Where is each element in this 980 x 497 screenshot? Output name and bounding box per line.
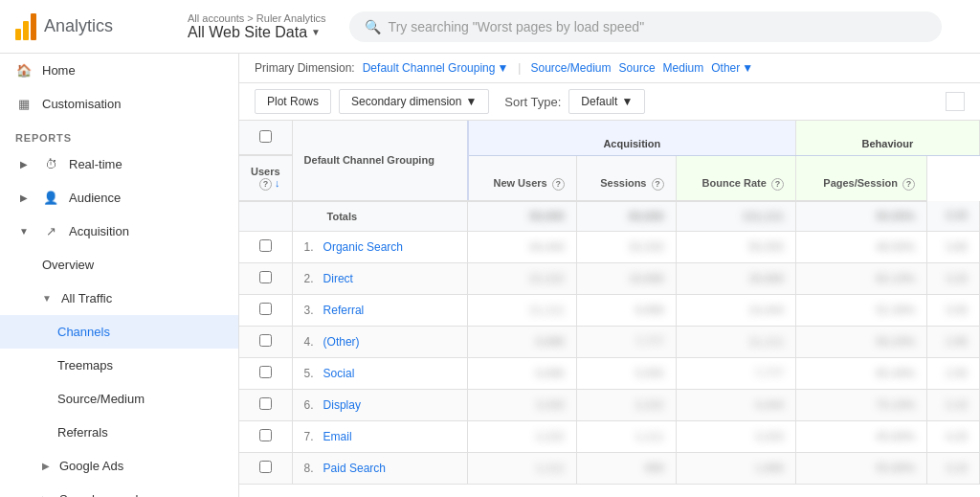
data-table: Default Channel Grouping Acquisition Beh… [239, 121, 980, 485]
channel-link[interactable]: Email [323, 430, 352, 443]
sidebar-item-google-ads[interactable]: ▶ Google Ads [0, 449, 238, 483]
users-cell: 8,888 [468, 326, 576, 357]
channel-cell: 2. Direct [292, 262, 468, 294]
row-checkbox-cell[interactable] [239, 420, 292, 452]
sessions-cell: 4,444 [676, 389, 795, 420]
new-users-cell: 5,555 [576, 357, 676, 389]
pages-session-cell: 3.10 [927, 452, 980, 484]
account-dropdown-arrow: ▼ [311, 27, 321, 37]
search-icon: 🔍 [365, 19, 381, 34]
sidebar-item-source-medium[interactable]: Source/Medium [0, 382, 238, 416]
sidebar-item-audience[interactable]: ▶ 👤 Audience [0, 181, 238, 215]
users-cell: 11,111 [468, 294, 576, 326]
sidebar-item-overview[interactable]: Overview [0, 248, 238, 282]
row-checkbox-6[interactable] [259, 429, 272, 441]
row-checkbox-3[interactable] [259, 334, 272, 347]
bounce-rate-cell: 48.50% [795, 231, 926, 262]
channel-link[interactable]: Paid Search [323, 462, 386, 475]
expand-icon: ▶ [42, 461, 50, 471]
bounce-rate-cell: 45.60% [795, 420, 926, 452]
totals-bounce-rate: 55.55% [795, 201, 926, 232]
channel-link[interactable]: Referral [323, 304, 365, 317]
sidebar: 🏠 Home ▦ Customisation REPORTS ▶ ⏱ Real-… [0, 54, 239, 497]
secondary-dimension-button[interactable]: Secondary dimension ▼ [339, 89, 489, 114]
expand-icon: ▼ [15, 226, 33, 237]
realtime-icon: ⏱ [42, 157, 59, 171]
sidebar-item-all-traffic-label: All Traffic [61, 291, 112, 305]
select-all-checkbox[interactable] [259, 130, 272, 143]
table-row: 6. Display 3,333 2,222 4,444 70.10% 2.10 [239, 389, 980, 420]
sidebar-item-referrals[interactable]: Referrals [0, 416, 238, 449]
sidebar-item-channels[interactable]: Channels [0, 315, 238, 349]
sidebar-item-treemaps[interactable]: Treemaps [0, 349, 238, 382]
primary-dimension-bar: Primary Dimension: Default Channel Group… [239, 54, 980, 83]
sidebar-item-google-ads-label: Google Ads [59, 459, 123, 473]
row-checkbox-cell[interactable] [239, 357, 292, 389]
sort-arrow: ▼ [621, 95, 633, 108]
sidebar-item-customisation[interactable]: ▦ Customisation [0, 87, 238, 121]
acquisition-icon: ↗ [42, 224, 59, 238]
totals-users: 99,999 [468, 201, 576, 232]
row-checkbox-0[interactable] [259, 239, 272, 252]
row-checkbox-cell[interactable] [239, 389, 292, 420]
sidebar-item-realtime-label: Real-time [69, 157, 122, 171]
account-selector[interactable]: All accounts > Ruler Analytics All Web S… [188, 12, 326, 41]
row-checkbox-cell[interactable] [239, 294, 292, 326]
pages-session-cell: 3.50 [927, 294, 980, 326]
row-checkbox-2[interactable] [259, 303, 272, 315]
row-checkbox-7[interactable] [259, 461, 272, 473]
expand-icon: ▶ [15, 192, 33, 203]
row-checkbox-cell[interactable] [239, 326, 292, 357]
channel-link[interactable]: Direct [323, 272, 353, 285]
account-name-dropdown[interactable]: All Web Site Data ▼ [188, 24, 326, 41]
other-link[interactable]: Other ▼ [711, 61, 753, 75]
pages-session-cell: 3.80 [927, 231, 980, 262]
table-row: 5. Social 6,666 5,555 7,777 65.40% 2.50 [239, 357, 980, 389]
analytics-logo [15, 13, 36, 40]
users-help-icon[interactable]: ? [259, 178, 272, 191]
users-col-header: Users ? ↓ [239, 155, 292, 201]
source-medium-link[interactable]: Source/Medium [530, 61, 611, 75]
sessions-cell: 7,777 [676, 357, 795, 389]
sessions-help-icon[interactable]: ? [652, 178, 664, 191]
channel-cell: 1. Organic Search [292, 231, 468, 262]
sidebar-item-realtime[interactable]: ▶ ⏱ Real-time [0, 147, 238, 181]
row-checkbox-cell[interactable] [239, 452, 292, 484]
channel-cell: 6. Display [292, 389, 468, 420]
sidebar-item-home[interactable]: 🏠 Home [0, 54, 238, 87]
row-checkbox-cell[interactable] [239, 231, 292, 262]
sidebar-item-search-console[interactable]: ▶ Search console [0, 483, 238, 497]
row-checkbox-1[interactable] [259, 271, 272, 283]
channel-link[interactable]: (Other) [323, 335, 360, 349]
channel-link[interactable]: Display [323, 398, 361, 412]
row-checkbox-5[interactable] [259, 397, 272, 410]
sidebar-item-all-traffic[interactable]: ▼ All Traffic [0, 282, 238, 315]
pages-session-cell: 4.20 [927, 420, 980, 452]
pages-session-help-icon[interactable]: ? [902, 178, 915, 191]
row-checkbox-4[interactable] [259, 366, 272, 378]
new-users-help-icon[interactable]: ? [552, 178, 565, 191]
bounce-rate-help-icon[interactable]: ? [771, 178, 784, 191]
sessions-cell: 11,111 [676, 326, 795, 357]
channel-link[interactable]: Organic Search [323, 240, 403, 254]
source-link[interactable]: Source [619, 61, 656, 75]
plot-rows-button[interactable]: Plot Rows [255, 89, 331, 114]
sidebar-item-audience-label: Audience [69, 191, 121, 205]
bounce-rate-col-header: Bounce Rate ? [676, 155, 795, 201]
search-bar[interactable]: 🔍 Try searching "Worst pages by load spe… [349, 11, 942, 42]
sort-default-button[interactable]: Default ▼ [568, 89, 645, 114]
view-toggle[interactable] [946, 92, 965, 111]
default-channel-grouping-link[interactable]: Default Channel Grouping ▼ [363, 61, 509, 75]
totals-pages-session: 3.33 [927, 201, 980, 232]
row-checkbox-cell[interactable] [239, 262, 292, 294]
medium-link[interactable]: Medium [663, 61, 704, 75]
table-row: 2. Direct 22,222 18,888 28,888 60.10% 3.… [239, 262, 980, 294]
bounce-rate-cell: 58.20% [795, 326, 926, 357]
channel-link[interactable]: Social [323, 367, 355, 380]
sidebar-item-acquisition[interactable]: ▼ ↗ Acquisition [0, 215, 238, 248]
secondary-dim-arrow: ▼ [465, 95, 477, 108]
sidebar-item-search-console-label: Search console [59, 492, 145, 497]
channel-cell: 8. Paid Search [292, 452, 468, 484]
sessions-cell: 28,888 [676, 262, 795, 294]
pages-session-cell: 2.90 [927, 326, 980, 357]
